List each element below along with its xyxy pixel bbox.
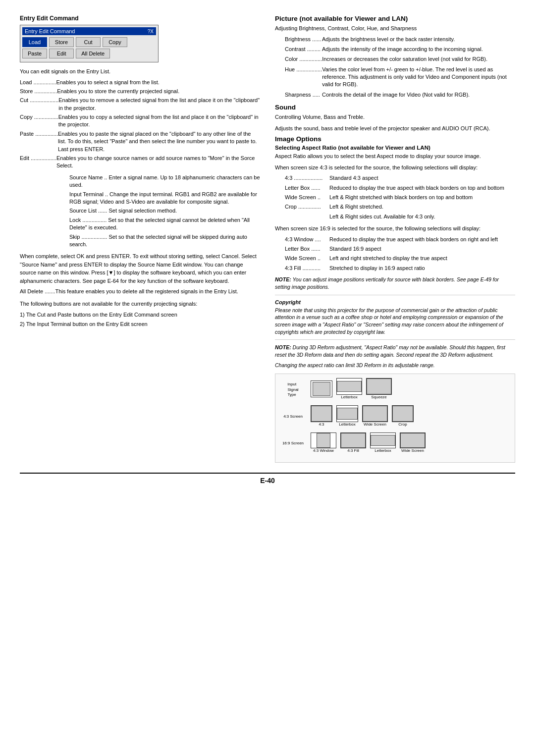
crop-term: Crop ............... [285,203,329,211]
cut-button[interactable]: Cut [76,37,101,47]
label-letterbox3: Letterbox [374,448,391,453]
screen-letterbox2 [336,405,358,422]
all-delete-button[interactable]: All Delete [76,49,110,58]
inner-letterbox3 [371,435,395,446]
skip-item: Skip ................. Set so that the s… [69,233,260,249]
sharpness-term: Sharpness ..... [285,91,322,99]
inner-widescreen2 [400,433,425,448]
screen-letterbox1 [336,378,362,395]
hue-def: Varies the color level from +/- green to… [322,66,515,89]
source-name-item: Source Name .. Enter a signal name. Up t… [69,174,260,189]
sound-heading: Sound [275,104,515,111]
diagram-cell-letterbox3: Letterbox [370,432,396,455]
all-delete-term: All Delete ....... [20,288,55,295]
load-term: Load ............... [20,79,56,86]
hue-term: Hue ................. [285,66,322,89]
input-terminal-label: Input Terminal .. Change the input termi… [69,191,257,205]
button-row-2: Paste Edit All Delete [22,49,156,58]
diagram-cell-widescreen2: Wide Screen [400,432,426,455]
diagram-row-3: 16:9 Screen 4:3 Window 4:3 Fill [279,432,511,455]
list-item: 4:3 Fill ............ Stretched to displ… [285,265,515,272]
screen-43fill [340,432,366,448]
numbered-list: 1) The Cut and Paste buttons on the Entr… [20,311,260,328]
label-letterbox1: Letterbox [341,395,357,400]
list-item: Wide Screen .. Left and right stretched … [285,255,515,262]
entry-edit-section-title: Entry Edit Command [20,15,260,22]
inner-widescreen1 [363,406,387,422]
copy-button[interactable]: Copy [103,37,127,47]
diagram-cell-letterbox2: Letterbox [336,405,358,429]
paste-button[interactable]: Paste [22,49,47,58]
picture-subtitle: Adjusting Brightness, Contrast, Color, H… [275,24,515,33]
image-options-heading: Image Options [275,135,515,143]
label-widescreen1: Wide Screen [364,422,386,427]
label-43window: 4:3 Window [313,448,334,453]
diagram-row-2: 4:3 Screen 4:3 Letterbox [279,405,511,429]
paste-def: Enables you to paste the signal placed o… [58,130,260,153]
following-text: The following buttons are not available … [20,300,260,308]
divider2 [275,339,515,340]
contrast-def: Adjusts the intensity of the image accor… [322,46,515,53]
list-item: Paste ............... Enables you to pas… [20,130,260,153]
complete-text: When complete, select OK and press ENTER… [20,252,260,285]
store-button[interactable]: Store [49,37,74,47]
list-item: Cut ................... Enables you to r… [20,97,260,112]
lock-item: Lock ................ Set so that the se… [69,216,260,232]
aspect-43-items: 4:3 ................... Standard 4:3 asp… [285,174,515,220]
list-item: Crop ............... Left & Right stretc… [285,203,515,211]
note-text: NOTE: You can adjust image positions ver… [275,276,515,290]
list-item: Hue ................. Varies the color l… [285,66,515,89]
list-item: Sharpness ..... Controls the detail of t… [285,91,515,99]
all-delete-item: All Delete ....... This feature enables … [20,288,260,295]
screen-43b [311,405,332,422]
letterbox-def: Reduced to display the true aspect with … [329,184,515,192]
page-footer: E-40 [20,473,515,485]
entry-edit-dialog: Entry Edit Command ?X Load Store Cut Cop… [20,25,159,62]
when-43-text: When screen size 4:3 is selected for the… [275,163,515,172]
inner-43 [313,382,330,396]
source-list-item: Source List ...... Set signal selection … [69,207,260,215]
letterbox169-term: Letter Box ...... [285,245,329,253]
label-43fill: 4:3 Fill [347,448,359,453]
list-item: Edit ................. Enables you to ch… [20,155,260,170]
crop-term2 [285,213,329,220]
copy-term: Copy ................ [20,113,58,129]
store-def: Enables you to store the currently proje… [57,88,260,95]
dialog-controls[interactable]: ?X [148,29,154,34]
copyright-text: Please note that using this projector fo… [275,307,515,336]
43screen-label: 4:3 Screen [283,414,303,419]
letterbox169-def: Standard 16:9 aspect [329,245,515,253]
list-item: Wide Screen .. Left & Right stretched wi… [285,194,515,201]
aspect-ratio-intro: Aspect Ratio allows you to select the be… [275,152,515,161]
sound-subtitle: Controlling Volume, Bass and Treble. [275,113,515,121]
list-item: Color ............... Increases or decre… [285,55,515,63]
crop-def2: Left & Right sides cut. Available for 4:… [329,213,515,220]
edit-button[interactable]: Edit [49,49,74,58]
widescreen169-def: Left and right stretched to display the … [329,255,515,262]
load-button[interactable]: Load [22,37,47,47]
screen-43 [311,380,332,397]
edit-term: Edit ................. [20,155,56,170]
dialog-title-text: Entry Edit Command [25,28,75,34]
picture-items: Brightness ...... Adjusts the brightness… [285,36,515,99]
all-delete-def: This feature enables you to delete all t… [55,288,260,295]
169screen-label: 16:9 Screen [282,441,304,446]
list-item: 4:3 Window .... Reduced to display the t… [285,236,515,243]
diagram-label-43screen: 4:3 Screen [279,414,307,419]
button-row-1: Load Store Cut Copy [22,37,156,47]
input-signal-label: InputSignalType [287,382,298,397]
label-crop1: Crop [398,422,407,427]
input-terminal-item: Input Terminal .. Change the input termi… [69,191,260,206]
label-squeeze1: Squeeze [371,395,387,400]
dialog-title-bar: Entry Edit Command ?X [22,27,156,35]
diagram-label-cell: InputSignalType [279,382,307,397]
paste-term: Paste ............... [20,130,58,153]
label-widescreen2: Wide Screen [401,448,424,453]
list-item: Copy ................ Enables you to cop… [20,113,260,129]
43window-def: Reduced to display the true aspect with … [329,236,515,243]
left-column: Entry Edit Command Entry Edit Command ?X… [20,15,260,463]
sharpness-def: Controls the detail of the image for Vid… [322,91,515,99]
43window-term: 4:3 Window .... [285,236,329,243]
list-item: Load ............... Enables you to sele… [20,79,260,86]
list-item: Letter Box ...... Standard 16:9 aspect [285,245,515,253]
